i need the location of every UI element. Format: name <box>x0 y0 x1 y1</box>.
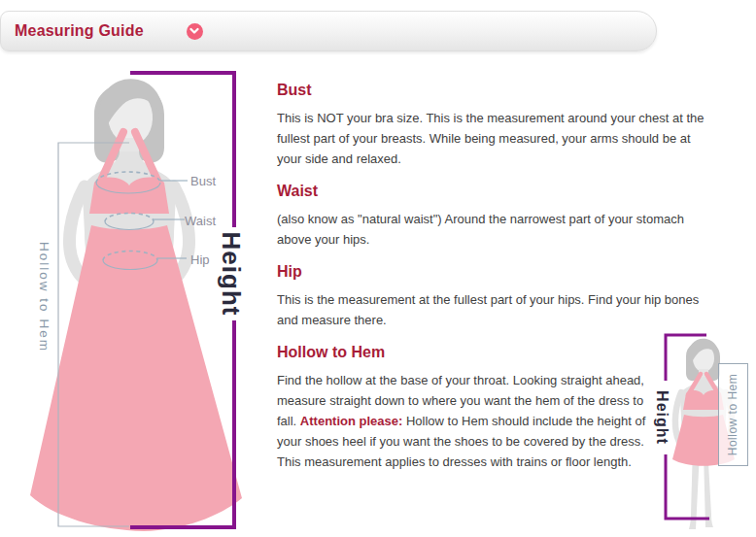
measuring-guide-header[interactable]: Measuring Guide <box>0 11 657 51</box>
measuring-guide-page: Measuring Guide <box>0 0 756 537</box>
section-body: (also know as "natural waist") Around th… <box>277 209 714 250</box>
section-body: This is NOT your bra size. This is the m… <box>277 108 714 169</box>
page-title: Measuring Guide <box>15 22 144 40</box>
hip-label: Hip <box>190 252 210 267</box>
section-bust: Bust This is NOT your bra size. This is … <box>277 82 714 169</box>
section-title: Waist <box>277 183 714 200</box>
height-label-large: Height <box>217 227 246 320</box>
height-label-small: Height <box>652 381 671 454</box>
bust-label: Bust <box>190 174 216 188</box>
chevron-down-icon <box>189 27 199 35</box>
section-waist: Waist (also know as "natural waist") Aro… <box>277 183 714 250</box>
section-title: Hip <box>277 263 714 281</box>
collapse-button[interactable] <box>187 23 203 40</box>
attention-separator: : <box>398 414 406 428</box>
dress-skirt <box>30 225 242 531</box>
attention-label: Attention please <box>300 414 398 428</box>
section-title: Bust <box>277 82 714 99</box>
waist-label: Waist <box>185 214 216 228</box>
hollow-to-hem-label-small: Hollow to Hem <box>727 374 740 456</box>
section-body: Find the hollow at the base of your thro… <box>277 370 666 472</box>
hollow-to-hem-box-small: Hollow to Hem <box>718 363 748 466</box>
hollow-to-hem-label-large: Hollow to Hem <box>35 231 52 363</box>
